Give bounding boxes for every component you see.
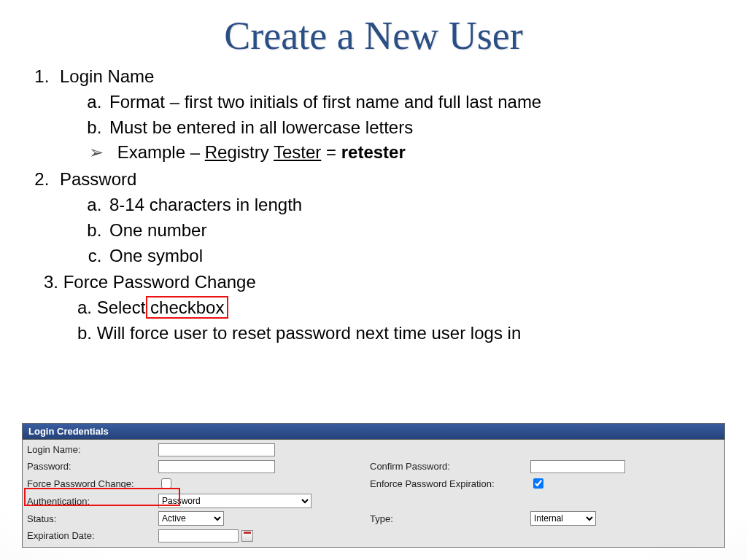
- item3a: a. Select checkbox: [77, 295, 718, 321]
- ex-u1: Re: [205, 142, 228, 162]
- status-label: Status:: [27, 512, 158, 526]
- password-input[interactable]: [158, 460, 275, 473]
- ex-u2: Tester: [274, 142, 321, 162]
- item2b: One number: [107, 218, 718, 244]
- type-label: Type:: [370, 512, 530, 526]
- item3a-checkbox-word: checkbox: [150, 298, 224, 317]
- item1-label: Login Name: [60, 66, 154, 86]
- item-password: Password 8-14 characters in length One n…: [54, 167, 718, 268]
- confirm-password-input[interactable]: [530, 460, 625, 473]
- confirm-password-label: Confirm Password:: [370, 459, 530, 473]
- item2-label: Password: [60, 169, 136, 189]
- item1-example: Example – Registry Tester = retester: [107, 140, 718, 166]
- item1b: Must be entered in all lowercase letters: [107, 115, 718, 141]
- force-pw-change-label: Force Password Change:: [27, 477, 158, 491]
- login-name-label: Login Name:: [27, 443, 158, 456]
- ex-mid2: =: [321, 142, 341, 162]
- expiration-date-label: Expiration Date:: [27, 529, 158, 542]
- page-title: Create a New User: [0, 13, 747, 58]
- item1a: Format – first two initials of first nam…: [107, 90, 718, 115]
- item3b: b. Will force user to reset password nex…: [77, 321, 718, 346]
- authentication-label: Authentication:: [27, 494, 158, 508]
- item3a-prefix: a. Select: [77, 298, 150, 317]
- item-force-pw: 3. Force Password Change: [44, 270, 718, 295]
- force-pw-change-checkbox[interactable]: [161, 478, 171, 489]
- password-label: Password:: [27, 459, 158, 473]
- ex-bold: retester: [341, 142, 406, 162]
- expiration-date-input[interactable]: [158, 529, 239, 542]
- item2c: One symbol: [107, 244, 718, 269]
- calendar-icon[interactable]: [241, 530, 253, 542]
- ex-mid1: gistry: [227, 142, 274, 162]
- item2a: 8-14 characters in length: [107, 192, 718, 218]
- instructions-block: Login Name Format – first two initials o…: [22, 64, 718, 346]
- login-credentials-panel: Login Credentials Login Name: Password: …: [22, 423, 725, 548]
- panel-header: Login Credentials: [23, 424, 724, 440]
- item-login-name: Login Name Format – first two initials o…: [54, 64, 718, 166]
- status-select[interactable]: Active: [158, 511, 224, 526]
- login-name-input[interactable]: [158, 443, 275, 456]
- authentication-select[interactable]: Password: [158, 494, 311, 508]
- type-select[interactable]: Internal: [530, 511, 596, 526]
- ex-prefix: Example –: [117, 142, 205, 162]
- enforce-expiration-checkbox[interactable]: [533, 478, 543, 489]
- enforce-expiration-label: Enforce Password Expiration:: [370, 477, 530, 491]
